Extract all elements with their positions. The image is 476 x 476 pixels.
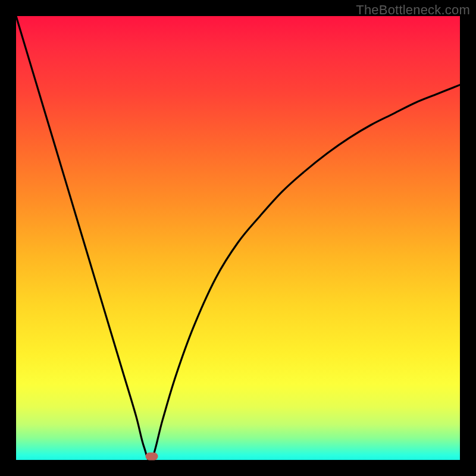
minimum-marker [145,453,158,461]
curve-svg [16,16,460,460]
watermark-text: TheBottleneck.com [356,2,470,18]
chart-frame: TheBottleneck.com [0,0,476,476]
plot-area [16,16,460,460]
bottleneck-curve [16,16,460,461]
